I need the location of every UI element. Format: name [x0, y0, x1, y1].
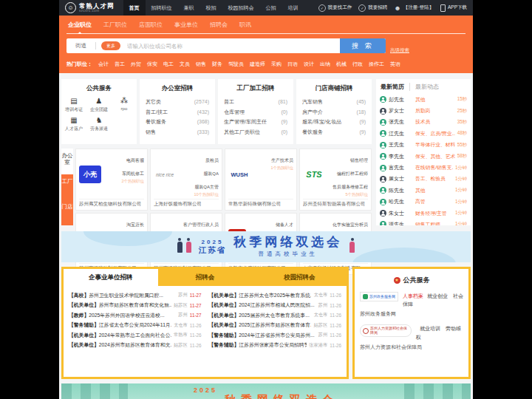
topbar-action[interactable]: APP下载	[440, 4, 467, 12]
service-links[interactable]: 就业培训 劳动维权	[416, 326, 461, 339]
resume-job-link[interactable]: 后勤岗	[415, 107, 455, 115]
service-item[interactable]: 人才落户	[61, 116, 86, 132]
service-item[interactable]: 企业团建	[86, 97, 112, 113]
hot-job-link[interactable]: 财务	[212, 61, 222, 68]
service-item[interactable]: rpo	[112, 97, 137, 113]
news-link[interactable]: 【机关单位】2024年常熟市总工会面向社会公...	[69, 332, 171, 339]
resume-job-link[interactable]: 销售工程师	[415, 221, 453, 225]
category-link[interactable]: 销售	[146, 127, 156, 137]
service-item[interactable]: 劳务派遣	[86, 116, 112, 132]
category-link[interactable]: 其它类	[146, 97, 161, 107]
job-type-tab[interactable]: 工厂职位	[103, 21, 127, 29]
news-link[interactable]: 【教师】2025年苏州外国语学校连云港校...	[69, 312, 176, 319]
topbar-action[interactable]: 【注册·登陆】	[394, 4, 434, 11]
hot-job-link[interactable]: 设计	[304, 61, 314, 68]
category-link[interactable]: 餐饮服务	[146, 117, 166, 127]
hot-job-link[interactable]: 文员	[180, 61, 190, 68]
news-tab[interactable]: 招聘会	[158, 269, 253, 286]
hot-job-link[interactable]: 普工	[115, 61, 125, 68]
resume-job-link[interactable]: 财务经理/主管	[415, 210, 453, 217]
news-link[interactable]: 【机关单位】2025江苏苏州市姑苏区教育体育...	[209, 321, 312, 329]
resume-job-link[interactable]: 半导体行业、材料...	[415, 141, 455, 149]
news-link[interactable]: 【警务辅助】2024年江苏省苏州市公安局苏州...	[209, 332, 316, 339]
category-link[interactable]: 普工/技工	[146, 107, 168, 117]
autumn-fair-banner-bottom[interactable]: 2025 秋季网络双选会	[61, 383, 471, 399]
resume-job-link[interactable]: 在线销售/销售支...	[415, 164, 453, 171]
hot-job-link[interactable]: 建造师	[250, 61, 265, 68]
category-link[interactable]: 服装/珠宝/化妆品	[302, 117, 341, 127]
hot-job-link[interactable]: 保安	[147, 61, 157, 68]
category-link[interactable]: 餐饮服务	[302, 127, 323, 137]
hot-job-link[interactable]: 日语	[287, 61, 298, 68]
service-item[interactable]: 培训考证	[61, 97, 86, 113]
resume-job-link[interactable]: 普工、检验员	[415, 175, 453, 183]
company-card[interactable]: nice rice 质检员 服装QA 服装QA主管 10个热招职位 上海好饭服饰…	[150, 149, 222, 211]
news-link[interactable]: 【机关单位】2024江苏苏州市相城人民医院招...	[209, 301, 316, 309]
news-link[interactable]: 【机关单位】江苏苏州太仓市2025年教育系统...	[209, 292, 312, 299]
site-logo[interactable]: ☺ 常熟人才网 szcsrc.com	[65, 2, 115, 13]
hot-job-link[interactable]: 驾驶员	[228, 61, 244, 68]
hot-job-link[interactable]: 出纳	[320, 61, 330, 68]
hot-job-link[interactable]: 操作工	[369, 61, 384, 68]
job-type-tab[interactable]: 事业单位	[174, 21, 198, 29]
topbar-nav-item[interactable]: 培训	[282, 0, 304, 16]
topbar-action[interactable]: 我要招聘	[358, 4, 387, 12]
hot-job-link[interactable]: 销售	[196, 61, 206, 68]
search-input[interactable]	[126, 42, 340, 50]
search-button[interactable]: 搜 索	[340, 38, 386, 53]
news-tab[interactable]: 校园招聘会	[252, 269, 347, 286]
news-link[interactable]: 【警务辅助】江苏省太仓市公安局2024年11月...	[69, 321, 171, 329]
company-job-count: 2个热招职位	[103, 179, 144, 184]
topbar-nav-item[interactable]: 招聘职位	[146, 0, 178, 16]
topbar-nav-item[interactable]: 公招	[260, 0, 282, 16]
company-side-tab[interactable]: 办公室	[61, 149, 73, 174]
location-select[interactable]: 街道	[66, 42, 95, 50]
resume-job-link[interactable]: 保安、其他、艺术...	[415, 153, 455, 160]
news-link[interactable]: 【警务辅助】江苏苏州张家港市公安局招聘警...	[209, 341, 307, 349]
topbar-nav-item[interactable]: 校园招聘会	[222, 0, 260, 16]
category-link[interactable]: 房产中介	[302, 107, 323, 117]
company-side-tab[interactable]: 工厂	[61, 174, 73, 200]
company-card[interactable]: WUSH 生产技术员 1个热招职位 常熟华新特殊钢有限公司	[225, 149, 297, 211]
autumn-fair-banner[interactable]: 2025 江苏省 秋季网络双选会 普通高校毕业生	[61, 231, 471, 262]
more-button[interactable]: 更多	[101, 41, 120, 50]
news-link[interactable]: 【机关单位】2024苏州市姑苏区教育体育和文...	[69, 341, 171, 349]
resume-job-link[interactable]: 其他	[415, 187, 453, 194]
resume-job-link[interactable]: 高管	[415, 198, 453, 205]
news-link[interactable]: 【机关单位】苏州市姑苏区教育体育和文化旅...	[69, 301, 171, 309]
job-type-tab[interactable]: 企业职位	[68, 21, 92, 29]
company-card[interactable]: STS 销售经理 编程打样工程师 售后服务维修工程 5个热招职位 苏州圣特斯智能…	[299, 149, 372, 211]
resume-job-link[interactable]: 保安、店员/营业...	[415, 130, 455, 137]
hot-job-link[interactable]: 外贸	[131, 61, 141, 68]
company-card[interactable]: 小壳 电商客服 车间机修工 2个热招职位 苏州弗艾柏生物科技有限公司	[75, 149, 148, 211]
job-type-tab[interactable]: 职讯	[239, 21, 251, 29]
category-link[interactable]: 生产管理/车间主任	[224, 117, 267, 127]
category-link[interactable]: 普工	[224, 97, 234, 107]
service-hot-link[interactable]: 人事档案	[403, 293, 423, 299]
news-link[interactable]: 【高校】苏州卫生职业技术学院附属口腔...	[69, 292, 176, 299]
news-tab[interactable]: 企事业单位招聘	[64, 269, 158, 286]
hot-job-link[interactable]: 机械	[336, 61, 347, 68]
hot-job-link[interactable]: 会计	[98, 61, 109, 68]
resume-job-link[interactable]: 技术员	[415, 118, 455, 126]
hot-job-link[interactable]: 英语	[390, 61, 400, 68]
category-link[interactable]: 汽车销售	[302, 97, 323, 107]
category-link[interactable]: 仓库管理	[224, 107, 245, 117]
job-type-tab[interactable]: 店面职位	[139, 21, 163, 29]
topbar-nav-item[interactable]: 首页	[123, 0, 146, 16]
resume-job-link[interactable]: 其他	[415, 96, 455, 103]
advanced-search-link[interactable]: 高级搜索	[390, 47, 409, 54]
resume-tab[interactable]: 最新简历	[381, 83, 404, 91]
company-side-tab[interactable]: 门店	[61, 200, 73, 225]
category-link[interactable]: 其他工厂类职位	[224, 127, 260, 137]
topbar-action[interactable]: 我要找工作	[318, 4, 352, 12]
resume-tab[interactable]: 最新动态	[409, 83, 439, 91]
topbar-nav-item[interactable]: 校招	[200, 0, 222, 16]
hot-job-link[interactable]: 电工	[163, 61, 174, 68]
news-link[interactable]: 【机关单位】2025届苏州太仓市教育系统事...	[209, 312, 312, 319]
hot-job-link[interactable]: 采购	[271, 61, 282, 68]
news-date: 11-26	[190, 343, 202, 348]
hot-job-link[interactable]: 行政	[352, 61, 363, 68]
topbar-nav-item[interactable]: 兼职	[178, 0, 200, 16]
job-type-tab[interactable]: 招聘会	[210, 21, 228, 29]
